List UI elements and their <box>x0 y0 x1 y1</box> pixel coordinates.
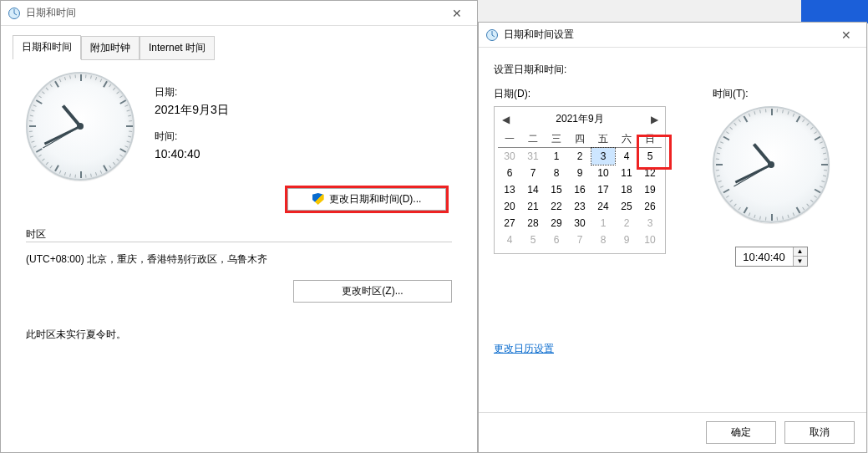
calendar-day[interactable]: 6 <box>498 165 521 181</box>
calendar-day[interactable]: 23 <box>568 198 591 215</box>
calendar-day[interactable]: 25 <box>615 198 638 215</box>
calendar-day[interactable]: 15 <box>545 181 568 198</box>
calendar-day[interactable]: 14 <box>521 181 545 198</box>
calendar-prev-icon[interactable]: ◀ <box>498 114 513 125</box>
calendar-day[interactable]: 10 <box>638 232 662 248</box>
calendar-weekday: 五 <box>591 131 615 148</box>
titlebar-left: 日期和时间 ✕ <box>1 1 477 26</box>
calendar-day[interactable]: 9 <box>568 165 591 181</box>
close-icon[interactable]: ✕ <box>444 7 470 20</box>
calendar-day[interactable]: 8 <box>591 232 615 248</box>
calendar-day[interactable]: 31 <box>521 148 545 165</box>
calendar-day[interactable]: 13 <box>498 181 521 198</box>
calendar[interactable]: ◀ 2021年9月 ▶ 一二三四五六日303112345678910111213… <box>494 106 666 254</box>
settings-heading: 设置日期和时间: <box>494 63 851 77</box>
time-label: 时间: <box>155 130 229 144</box>
dst-note: 此时区未实行夏令时。 <box>26 328 452 342</box>
time-input[interactable] <box>736 247 793 266</box>
calendar-day[interactable]: 2 <box>615 215 638 232</box>
analog-clock <box>713 106 830 223</box>
calendar-day[interactable]: 7 <box>521 165 545 181</box>
calendar-day[interactable]: 8 <box>545 165 568 181</box>
calendar-weekday: 二 <box>521 131 545 148</box>
tab-datetime[interactable]: 日期和时间 <box>13 35 81 59</box>
calendar-day[interactable]: 19 <box>638 181 662 198</box>
calendar-day[interactable]: 5 <box>521 232 545 248</box>
calendar-weekday: 六 <box>615 131 638 148</box>
calendar-day[interactable]: 11 <box>615 165 638 181</box>
calendar-weekday: 四 <box>568 131 591 148</box>
calendar-day[interactable]: 29 <box>545 215 568 232</box>
calendar-day[interactable]: 17 <box>591 181 615 198</box>
desktop-background <box>801 0 868 23</box>
calendar-day[interactable]: 4 <box>615 148 638 165</box>
date-time-settings-dialog: 日期和时间设置 ✕ 设置日期和时间: 日期(D): ◀ 2021年9月 ▶ 一二… <box>478 22 867 453</box>
calendar-day[interactable]: 4 <box>498 232 521 248</box>
calendar-day[interactable]: 2 <box>568 148 591 165</box>
calendar-day[interactable]: 3 <box>591 148 615 165</box>
calendar-day[interactable]: 30 <box>498 148 521 165</box>
spin-up-icon[interactable]: ▲ <box>794 247 807 257</box>
change-date-time-button[interactable]: 更改日期和时间(D)... <box>287 188 446 211</box>
calendar-day[interactable]: 30 <box>568 215 591 232</box>
calendar-day[interactable]: 27 <box>498 215 521 232</box>
calendar-day[interactable]: 18 <box>615 181 638 198</box>
calendar-day[interactable]: 20 <box>498 198 521 215</box>
calendar-day[interactable]: 1 <box>545 148 568 165</box>
calendar-day[interactable]: 6 <box>545 232 568 248</box>
calendar-month-title[interactable]: 2021年9月 <box>520 112 640 126</box>
calendar-day[interactable]: 3 <box>638 215 662 232</box>
change-timezone-button[interactable]: 更改时区(Z)... <box>293 280 452 303</box>
calendar-day[interactable]: 12 <box>638 165 662 181</box>
calendar-next-icon[interactable]: ▶ <box>647 114 662 125</box>
calendar-weekday: 一 <box>498 131 521 148</box>
tab-strip: 日期和时间 附加时钟 Internet 时间 <box>13 34 465 59</box>
date-col-label: 日期(D): <box>494 87 666 101</box>
calendar-day[interactable]: 16 <box>568 181 591 198</box>
time-value: 10:40:40 <box>155 147 229 160</box>
tab-additional-clocks[interactable]: 附加时钟 <box>81 36 140 60</box>
calendar-weekday: 三 <box>545 131 568 148</box>
calendar-day[interactable]: 28 <box>521 215 545 232</box>
titlebar-title: 日期和时间 <box>26 6 76 20</box>
titlebar-title: 日期和时间设置 <box>504 28 574 42</box>
date-time-dialog: 日期和时间 ✕ 日期和时间 附加时钟 Internet 时间 日期: 2021年… <box>0 0 478 453</box>
titlebar-right: 日期和时间设置 ✕ <box>479 23 866 48</box>
calendar-day[interactable]: 5 <box>638 148 662 165</box>
change-calendar-settings-link[interactable]: 更改日历设置 <box>494 343 554 354</box>
calendar-day[interactable]: 1 <box>591 215 615 232</box>
date-time-icon <box>485 28 499 42</box>
calendar-day[interactable]: 10 <box>591 165 615 181</box>
ok-button[interactable]: 确定 <box>706 421 776 444</box>
tab-internet-time[interactable]: Internet 时间 <box>140 36 215 60</box>
date-label: 日期: <box>155 85 229 99</box>
time-col-label: 时间(T): <box>713 87 830 101</box>
date-value: 2021年9月3日 <box>155 103 229 118</box>
calendar-day[interactable]: 9 <box>615 232 638 248</box>
calendar-day[interactable]: 22 <box>545 198 568 215</box>
timezone-value: (UTC+08:00) 北京，重庆，香港特别行政区，乌鲁木齐 <box>26 252 452 267</box>
cancel-button[interactable]: 取消 <box>784 421 855 444</box>
calendar-day[interactable]: 24 <box>591 198 615 215</box>
spin-down-icon[interactable]: ▼ <box>794 257 807 266</box>
calendar-weekday: 日 <box>638 131 662 148</box>
calendar-day[interactable]: 7 <box>568 232 591 248</box>
calendar-day[interactable]: 26 <box>638 198 662 215</box>
close-icon[interactable]: ✕ <box>833 28 860 42</box>
timezone-header: 时区 <box>26 228 46 240</box>
time-spinner[interactable]: ▲ ▼ <box>735 247 808 267</box>
calendar-day[interactable]: 21 <box>521 198 545 215</box>
date-time-icon <box>8 7 21 20</box>
analog-clock <box>26 72 135 181</box>
